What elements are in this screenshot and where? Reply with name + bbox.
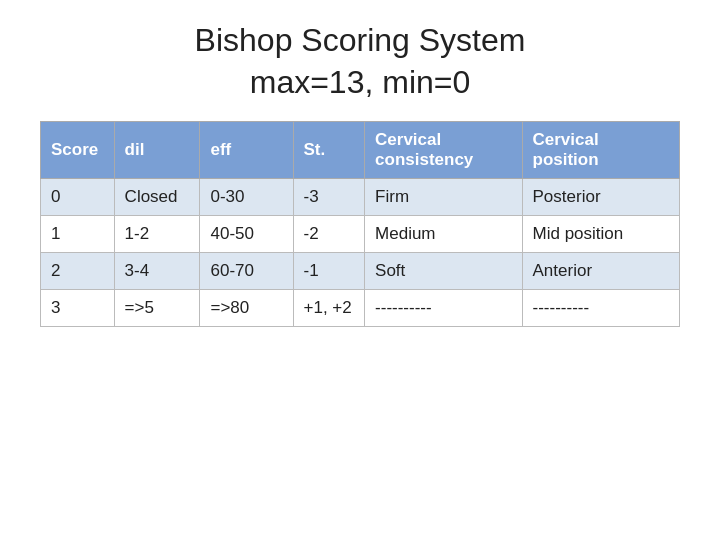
table-row: 23-460-70-1SoftAnterior (41, 253, 680, 290)
cell-score: 2 (41, 253, 115, 290)
header-score: Score (41, 122, 115, 179)
cell-position: Anterior (522, 253, 679, 290)
cell-dil: 1-2 (114, 216, 200, 253)
cell-position: Mid position (522, 216, 679, 253)
table-row: 0Closed0-30-3FirmPosterior (41, 179, 680, 216)
page-title-block: Bishop Scoring System max=13, min=0 (195, 20, 526, 103)
header-position: Cervical position (522, 122, 679, 179)
header-st: St. (293, 122, 365, 179)
page-title-line1: Bishop Scoring System (195, 20, 526, 62)
cell-score: 1 (41, 216, 115, 253)
cell-position: ---------- (522, 290, 679, 327)
page-title-line2: max=13, min=0 (195, 62, 526, 104)
cell-consistency: Firm (365, 179, 522, 216)
cell-eff: =>80 (200, 290, 293, 327)
table-row: 11-240-50-2MediumMid position (41, 216, 680, 253)
cell-dil: Closed (114, 179, 200, 216)
table-header-row: Score dil eff St. Cervical consistency C… (41, 122, 680, 179)
cell-score: 0 (41, 179, 115, 216)
cell-dil: 3-4 (114, 253, 200, 290)
cell-st: -1 (293, 253, 365, 290)
bishop-scoring-table: Score dil eff St. Cervical consistency C… (40, 121, 680, 327)
header-dil: dil (114, 122, 200, 179)
cell-consistency: Medium (365, 216, 522, 253)
cell-eff: 60-70 (200, 253, 293, 290)
cell-st: -3 (293, 179, 365, 216)
cell-consistency: Soft (365, 253, 522, 290)
cell-dil: =>5 (114, 290, 200, 327)
cell-st: -2 (293, 216, 365, 253)
table-row: 3=>5=>80+1, +2-------------------- (41, 290, 680, 327)
cell-st: +1, +2 (293, 290, 365, 327)
cell-score: 3 (41, 290, 115, 327)
cell-eff: 40-50 (200, 216, 293, 253)
header-consistency: Cervical consistency (365, 122, 522, 179)
cell-position: Posterior (522, 179, 679, 216)
header-eff: eff (200, 122, 293, 179)
cell-eff: 0-30 (200, 179, 293, 216)
cell-consistency: ---------- (365, 290, 522, 327)
